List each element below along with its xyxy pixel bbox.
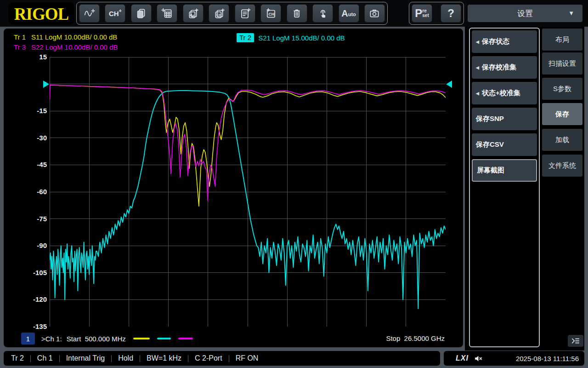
channel-label: >Ch 1: [41, 335, 62, 343]
lxi-icon: LXI [456, 354, 469, 362]
settings-menu-title: 设置 [517, 8, 533, 19]
svg-text:CH: CH [216, 13, 221, 17]
y-tick--90: -90 [15, 242, 47, 250]
trace2-legend[interactable]: Tr 2 S21 LogM 15.00dB/ 0.00 dB [237, 33, 345, 42]
status-bar-system: LXI 2025-08-13 11:11:56 [444, 351, 584, 366]
status-active-trace[interactable]: Tr 2 [11, 354, 24, 362]
y-tick--15: -15 [15, 107, 47, 115]
reference-level-marker-left[interactable] [43, 80, 49, 88]
separator [59, 355, 60, 362]
y-tick--75: -75 [15, 215, 47, 223]
reference-level-marker-right[interactable] [446, 80, 452, 88]
y-tick--135: -135 [15, 322, 47, 331]
trace3-label: Tr 3 [14, 43, 31, 51]
add-channel-button[interactable]: CH+ [105, 4, 125, 23]
stop-frequency[interactable]: Stop 26.5000 GHz [386, 334, 445, 342]
checklist-plus-icon [239, 7, 251, 19]
menu-item-layout[interactable]: 布局 [542, 29, 582, 51]
separator [111, 355, 112, 362]
status-bar: Tr 2 Ch 1 Internal Trig Hold BW=1 kHz C … [4, 351, 440, 366]
trace2-active-badge: Tr 2 [237, 33, 254, 42]
submenu-item-save-state[interactable]: ◀ 保存状态 [472, 30, 537, 53]
channel-number-badge[interactable]: 1 [21, 333, 35, 345]
trace2-format: S21 LogM 15.00dB/ 0.00 dB [258, 34, 345, 42]
help-button[interactable]: ? [441, 4, 461, 23]
settings-menu-header[interactable]: 设置 ▼ [468, 5, 582, 22]
toolbar-group-main: CH+ [76, 2, 388, 25]
y-tick-15: 15 [15, 53, 47, 61]
menu-item-s-params[interactable]: S参数 [542, 78, 582, 100]
preset-label-p: P [415, 7, 422, 20]
add-trace-window-button[interactable] [183, 4, 204, 23]
status-calibration[interactable]: C 2-Port [195, 354, 222, 362]
trace1-label: Tr 1 [14, 33, 31, 41]
plus-icon: + [119, 8, 122, 13]
separator [188, 355, 188, 362]
sparameter-plot [50, 57, 446, 327]
menu-item-save[interactable]: 保存 [542, 103, 582, 125]
status-active-channel[interactable]: Ch 1 [37, 354, 53, 362]
menu-item-file-system[interactable]: 文件系统 [542, 155, 582, 177]
add-channel-label: CH [109, 10, 119, 17]
add-trace-button[interactable] [79, 4, 100, 23]
status-rf-power[interactable]: RF ON [236, 354, 259, 362]
auto-label-rest: uto [348, 12, 356, 17]
y-tick--60: -60 [15, 188, 47, 196]
submenu-item-screenshot[interactable]: 屏幕截图 [472, 159, 537, 182]
submenu-item-save-snp[interactable]: 保存SNP [472, 108, 537, 130]
status-if-bandwidth[interactable]: BW=1 kHz [147, 354, 181, 362]
separator [30, 355, 31, 362]
y-tick--120: -120 [15, 295, 47, 304]
add-checklist-button[interactable] [235, 4, 255, 23]
touch-icon [317, 7, 329, 19]
separator [229, 355, 229, 362]
trace2-swatch [157, 338, 171, 339]
menu-item-sweep-setup[interactable]: 扫描设置 [542, 52, 582, 75]
status-sweep-mode[interactable]: Hold [118, 354, 133, 362]
auto-label-a: A [341, 8, 348, 19]
collapse-menu-button[interactable] [568, 335, 583, 347]
touch-button[interactable] [312, 4, 333, 23]
rigol-logo-text: RIGOL [14, 3, 68, 24]
auto-scale-button[interactable]: Auto [339, 4, 359, 23]
speaker-muted-icon[interactable] [474, 355, 482, 362]
chevron-left-icon: ◀ [476, 40, 479, 44]
svg-text:CH: CH [268, 12, 274, 17]
trace3-legend[interactable]: Tr 3 S22 LogM 10.00dB/ 0.00 dB [14, 43, 118, 51]
trace1-swatch [133, 338, 150, 339]
add-channel-sheet-button[interactable]: CH [260, 4, 281, 23]
brand-logo: RIGOL [8, 2, 74, 24]
windows-trace-plus-icon [187, 7, 199, 19]
windows-channel-plus-icon: CH [213, 7, 225, 19]
stacked-windows-icon [135, 7, 147, 19]
screenshot-button[interactable] [364, 4, 385, 23]
chevron-down-icon: ▼ [568, 10, 574, 17]
trash-icon [291, 7, 303, 19]
measurement-display: Tr 1 S11 LogM 10.00dB/ 0.00 dB Tr 3 S22 … [4, 29, 463, 347]
trace3-format: S22 LogM 10.00dB/ 0.00 dB [31, 43, 118, 51]
channel-sheet-plus-icon: CH [265, 7, 277, 19]
save-submenu-panel: ◀ 保存状态 ◀ 保存校准集 ◀ 状态+校准集 保存SNP 保存CSV 屏幕截图 [469, 28, 540, 347]
y-tick-0: 0 [15, 80, 47, 88]
collapse-menu-icon [571, 337, 581, 345]
add-channel-window-button[interactable]: CH [209, 4, 229, 23]
start-frequency[interactable]: Start 500.000 MHz [67, 335, 126, 343]
separator [140, 355, 140, 362]
camera-icon [368, 7, 380, 19]
vna-screen: RIGOL CH+ [0, 0, 588, 368]
trace1-legend[interactable]: Tr 1 S11 LogM 10.00dB/ 0.00 dB [14, 33, 117, 41]
submenu-item-save-csv[interactable]: 保存CSV [472, 133, 537, 156]
trace3-swatch [178, 338, 193, 339]
status-trigger-source[interactable]: Internal Trig [66, 354, 105, 362]
submenu-item-state-cal[interactable]: ◀ 状态+校准集 [472, 82, 537, 104]
delete-button[interactable] [287, 4, 307, 23]
help-icon: ? [447, 7, 454, 20]
duplicate-window-button[interactable] [131, 4, 152, 23]
table-plus-icon [161, 7, 173, 19]
add-trace-icon [84, 7, 96, 19]
preset-button[interactable]: Preset [412, 4, 432, 23]
datetime: 2025-08-13 11:11:56 [516, 355, 579, 362]
menu-item-load[interactable]: 加载 [542, 129, 582, 151]
submenu-item-save-cal[interactable]: ◀ 保存校准集 [472, 56, 537, 79]
add-table-window-button[interactable] [157, 4, 177, 23]
